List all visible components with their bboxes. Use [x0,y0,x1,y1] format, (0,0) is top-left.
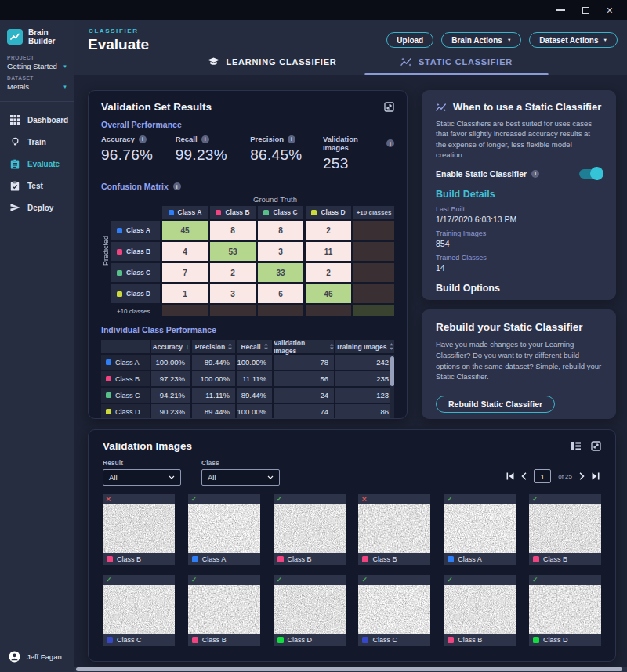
image-class-label: Class D [274,634,346,646]
tab-static-classifier[interactable]: STATIC CLASSIFIER [364,57,549,75]
sidebar-item-deploy[interactable]: Deploy [0,197,74,219]
table-cell: 56 [274,371,334,386]
validation-image-card[interactable]: ✓× Class D [529,575,601,646]
matrix-row-header-more: +10 classes [111,305,160,316]
validation-image-card[interactable]: ✓× Class B [444,575,516,646]
validation-image-card[interactable]: ✓× Class C [358,575,430,646]
matrix-cell: 1 [162,284,208,303]
maximize-icon[interactable] [582,7,589,14]
class-color-chip [311,210,317,215]
validation-image-card[interactable]: ✓× Class B [274,494,346,565]
first-page-icon[interactable] [506,472,514,480]
confusion-matrix: Predicted Class A Class B Class C Class … [101,206,394,316]
info-icon[interactable]: i [201,135,209,143]
brand-name: Brain Builder [28,28,67,45]
predicted-label: Predicted [102,236,110,266]
validation-image-thumbnail [444,585,516,634]
upload-button[interactable]: Upload [386,32,433,48]
matrix-cell: 2 [306,263,351,282]
table-header-validation-images[interactable]: Validation Images [274,340,334,353]
result-select[interactable]: All [103,469,181,486]
last-page-icon[interactable] [592,472,600,480]
class-select[interactable]: All [201,469,280,486]
dataset-actions-button[interactable]: Dataset Actions▼ [529,32,618,48]
validation-image-thumbnail [274,504,346,553]
table-scrollbar[interactable] [390,355,394,419]
validation-image-card[interactable]: ✓× Class B [358,494,430,565]
class-name: Class A [202,555,227,563]
validation-image-thumbnail [358,504,430,553]
sidebar-item-train[interactable]: Train [0,131,74,153]
validation-image-card[interactable]: ✓× Class A [444,494,516,565]
info-icon[interactable]: i [139,135,147,143]
minimize-icon[interactable] [556,9,565,11]
matrix-col-header: Class B [210,206,256,219]
validation-image-card[interactable]: ✓× Class C [103,575,175,646]
info-icon[interactable]: i [386,139,394,147]
close-icon[interactable]: × [607,6,613,14]
validation-image-thumbnail [529,585,601,634]
image-class-label: Class B [444,634,516,646]
class-color-chip [362,637,368,643]
validation-image-card[interactable]: ✓× Class A [188,494,260,565]
matrix-cell-hidden [306,305,351,316]
dataset-value-row[interactable]: Metals ▼ [7,82,67,91]
validation-image-card[interactable]: ✓× Class B [529,494,601,565]
class-color-chip [216,210,221,215]
validation-image-thumbnail [188,504,260,553]
validation-image-card[interactable]: ✓× Class B [188,575,260,646]
table-header-recall[interactable]: Recall [237,340,272,353]
info-icon[interactable]: i [531,170,539,178]
user-account[interactable]: Jeff Fagan [9,651,62,663]
horizontal-scrollbar[interactable] [74,667,627,672]
class-color-chip [169,210,174,215]
pass-check-icon: ✓ [191,496,198,503]
table-row-label: Class A [101,355,150,370]
table-cell: 11.11% [237,371,272,386]
matrix-row-header: Class B [111,242,160,261]
sidebar-item-evaluate[interactable]: Evaluate [0,153,74,175]
table-header-accuracy[interactable]: Accuracy↓ [151,340,190,353]
class-name: Class A [458,555,482,563]
next-page-icon[interactable] [579,472,585,480]
result-status-bar: ✓× [358,494,430,504]
table-row-label: Class B [101,371,150,386]
table-header-training-images[interactable]: Training Images [335,340,394,353]
class-name: Class B [202,636,227,644]
expand-icon[interactable] [591,441,601,451]
lightbulb-icon [9,136,20,147]
graduation-cap-icon [208,57,219,67]
page-header: CLASSIFIER Evaluate Upload Brain Actions… [74,20,627,75]
prev-page-icon[interactable] [521,472,527,480]
matrix-row-header: Class D [111,284,160,303]
table-view-icon[interactable] [571,442,581,450]
tab-learning-classifier[interactable]: LEARNING CLASSIFIER [180,57,364,75]
sort-desc-icon: ↓ [186,343,190,351]
sort-icon [390,343,393,350]
project-value-row[interactable]: Getting Started ▼ [7,62,67,70]
matrix-cell: 33 [258,263,303,282]
scrollbar-thumb[interactable] [390,356,394,386]
brand: Brain Builder [0,20,74,50]
expand-icon[interactable] [384,102,394,112]
image-filters: Result All Class All 1 of 25 [103,459,601,486]
metric-accuracy: Accuracyi 96.76% [101,135,176,172]
scrollbar-thumb[interactable] [76,667,622,671]
enable-static-classifier-toggle[interactable] [579,169,602,179]
sidebar-item-test[interactable]: Test [0,175,74,197]
rebuild-static-classifier-button[interactable]: Rebuild Static Classifier [436,396,555,413]
page-number-input[interactable]: 1 [534,469,551,483]
sidebar-item-dashboard[interactable]: Dashboard [0,109,74,131]
info-icon[interactable]: i [288,135,295,143]
build-details-heading: Build Details [436,189,602,200]
brain-actions-button[interactable]: Brain Actions▼ [441,32,521,48]
class-color-chip [107,556,113,562]
validation-image-card[interactable]: ✓× Class B [103,494,175,565]
matrix-row-header: Class C [111,263,160,282]
info-icon[interactable]: i [173,182,181,190]
validation-image-thumbnail [444,504,516,553]
validation-image-card[interactable]: ✓× Class D [274,575,346,646]
table-cell: 100.00% [192,371,235,386]
page-title: Evaluate [88,36,149,53]
table-header-precision[interactable]: Precision [192,340,235,353]
